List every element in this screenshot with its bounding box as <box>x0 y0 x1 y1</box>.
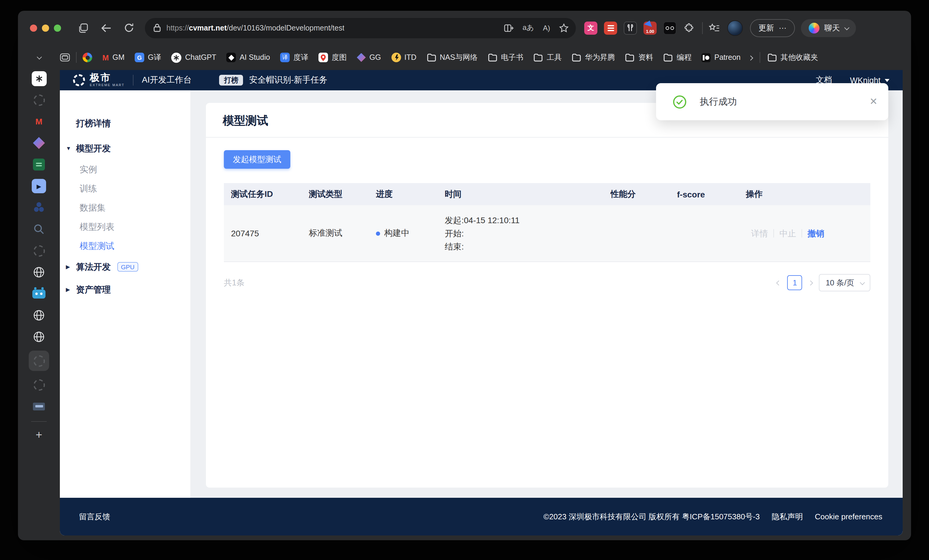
cookie-preferences-link[interactable]: Cookie preferences <box>815 512 882 521</box>
pagination: 共1条 1 10 条/页 <box>224 274 870 291</box>
action-撤销[interactable]: 撤销 <box>802 229 829 237</box>
bookmark-度图[interactable]: 度图 <box>319 52 346 63</box>
bookmark-资料[interactable]: 资料 <box>625 52 653 63</box>
sidebar-item-实例[interactable]: 实例 <box>60 160 190 179</box>
globe-tab-icon[interactable] <box>29 329 49 344</box>
collapse-tabstrip-icon[interactable] <box>18 56 60 59</box>
prev-page-icon[interactable] <box>777 281 781 285</box>
minimize-window-button[interactable] <box>42 24 49 31</box>
translate-page-icon[interactable]: aあ <box>523 23 534 33</box>
triskelion-tab-icon[interactable] <box>29 200 49 216</box>
bookmark-GM[interactable]: MGM <box>102 53 124 62</box>
globe-tab-icon[interactable] <box>29 308 49 323</box>
bookmarks-overflow-icon[interactable] <box>749 53 753 62</box>
sidebar-item-模型列表[interactable]: 模型列表 <box>60 217 190 236</box>
sidebar-item-模型开发[interactable]: ▼模型开发 <box>60 137 190 160</box>
gpu-badge: GPU <box>117 262 138 272</box>
column-header-时间: 时间 <box>438 189 603 199</box>
sidebar-item-label: 打榜详情 <box>76 118 111 129</box>
jishi-tab-icon[interactable] <box>29 377 49 392</box>
action-中止: 中止 <box>773 229 802 237</box>
read-aloud-icon[interactable]: A) <box>543 24 550 32</box>
jishi-tab-icon[interactable] <box>29 92 49 108</box>
oo-ext-icon[interactable] <box>663 21 676 34</box>
folder-icon <box>572 53 581 62</box>
window-controls <box>30 24 61 31</box>
sidebar-panel-icon[interactable] <box>60 53 70 62</box>
tab-overview-icon[interactable] <box>74 19 92 37</box>
reader-ext-icon[interactable] <box>604 21 617 34</box>
sidebar-item-label: 模型列表 <box>80 221 114 233</box>
globe-tab-icon[interactable] <box>29 265 49 280</box>
bookmark-ITD[interactable]: ITD <box>391 53 416 62</box>
test-table: 测试任务ID测试类型进度时间性能分f-score操作 207475标准测试构建中… <box>224 183 870 262</box>
bookmark-ChatGPT[interactable]: ChatGPT <box>171 52 216 63</box>
vertical-tabstrip: M▶ + <box>18 70 60 540</box>
sheets-tab-icon[interactable] <box>29 157 49 172</box>
search-tab-icon[interactable] <box>29 221 49 237</box>
bookmark-label: Patreon <box>714 53 741 62</box>
toast-close-icon[interactable]: ✕ <box>869 97 877 107</box>
chatgpt-tab-icon[interactable] <box>29 70 49 86</box>
copilot-chat-button[interactable]: 聊天 <box>801 19 856 37</box>
bookmark-label: 工具 <box>547 52 562 63</box>
bookmark-度译[interactable]: 译度译 <box>280 52 308 63</box>
sidebar-item-数据集[interactable]: 数据集 <box>60 198 190 217</box>
gmail-tab-icon[interactable]: M <box>29 114 49 129</box>
jishi-logo[interactable]: 极市 EXTREME MART <box>73 73 124 87</box>
gemini-tab-icon[interactable] <box>29 135 49 151</box>
bookmark-other-folder[interactable]: 其他收藏夹 <box>767 52 818 63</box>
sidebar-item-模型测试[interactable]: 模型测试 <box>60 236 190 256</box>
bookmark-Patreon[interactable]: Patreon <box>702 53 741 62</box>
bookmark-电子书[interactable]: 电子书 <box>488 52 523 63</box>
favorite-star-icon[interactable] <box>559 23 569 32</box>
start-model-test-button[interactable]: 发起模型测试 <box>224 150 290 169</box>
address-bar[interactable]: https://cvmart.net/dev/10163/modelDevelo… <box>145 18 576 38</box>
puzzle-ext-icon[interactable] <box>683 21 696 34</box>
success-toast: 执行成功 ✕ <box>656 83 888 120</box>
bookmark-AI Studio[interactable]: AI Studio <box>227 53 270 62</box>
bookmark-编程[interactable]: 编程 <box>664 52 692 63</box>
itd-icon <box>391 53 401 62</box>
chevron-down-icon <box>844 25 849 30</box>
page-size-select[interactable]: 10 条/页 <box>819 274 870 291</box>
utensils-ext-icon[interactable] <box>624 21 637 34</box>
aistudio-icon <box>227 53 236 62</box>
bookmark-华为昇腾[interactable]: 华为昇腾 <box>572 52 615 63</box>
jishi-tab-icon-current[interactable] <box>29 350 49 371</box>
bookmark-label: GM <box>112 53 124 62</box>
profile-avatar[interactable] <box>727 20 743 35</box>
sidebar-item-训练[interactable]: 训练 <box>60 179 190 198</box>
sidebar-item-打榜详情[interactable]: 打榜详情 <box>60 110 190 137</box>
split-screen-icon[interactable] <box>504 24 514 32</box>
browser-toolbar: https://cvmart.net/dev/10163/modelDevelo… <box>18 11 911 45</box>
privacy-link[interactable]: 隐私声明 <box>772 511 803 522</box>
widget-tab-icon[interactable] <box>29 398 49 414</box>
collections-icon[interactable] <box>709 23 720 33</box>
cell-time: 发起:04-15 12:10:11开始:结束: <box>438 214 603 253</box>
new-tab-icon[interactable]: + <box>35 429 42 440</box>
reload-icon[interactable] <box>120 19 138 37</box>
robot-tab-icon[interactable] <box>29 286 49 301</box>
back-icon[interactable] <box>97 19 115 37</box>
bookmark-NAS与网络[interactable]: NAS与网络 <box>426 52 477 63</box>
feedback-link[interactable]: 留言反馈 <box>79 511 110 522</box>
update-button[interactable]: 更新··· <box>750 19 795 37</box>
sidebar-item-算法开发[interactable]: ▶算法开发GPU <box>60 256 190 278</box>
bookmark-工具[interactable]: 工具 <box>533 52 562 63</box>
page-number-button[interactable]: 1 <box>788 275 802 290</box>
translate-ext-icon[interactable]: 文 <box>584 21 597 34</box>
folder-icon <box>426 53 436 62</box>
bookmark-G译[interactable]: GG译 <box>135 52 161 63</box>
jishi-tab-icon[interactable] <box>29 243 49 259</box>
bookmark-google[interactable] <box>83 53 92 62</box>
maximize-window-button[interactable] <box>54 24 61 31</box>
player-tab-icon[interactable]: ▶ <box>29 178 49 194</box>
bookmark-GG[interactable]: GG <box>357 53 381 62</box>
column-header-测试任务ID: 测试任务ID <box>224 189 302 199</box>
progress-dot-icon <box>376 231 380 236</box>
price-ext-icon[interactable]: 1.00 <box>644 21 657 34</box>
close-window-button[interactable] <box>30 24 37 31</box>
next-page-icon[interactable] <box>809 281 812 285</box>
sidebar-item-资产管理[interactable]: ▶资产管理 <box>60 278 190 301</box>
